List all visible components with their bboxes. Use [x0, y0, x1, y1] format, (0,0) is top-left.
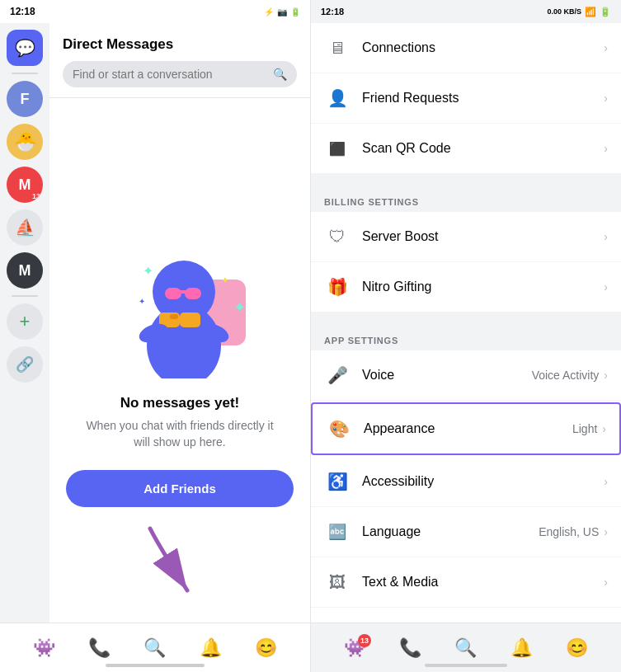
friend-requests-label: Friend Requests [362, 91, 604, 106]
voice-label: Voice [362, 368, 532, 383]
sidebar-divider-2 [12, 295, 38, 297]
settings-item-language[interactable]: 🔤 Language English, US › [311, 507, 621, 557]
settings-item-server-boost[interactable]: 🛡 Server Boost › [311, 212, 621, 262]
bell-nav-icon: 🔔 [200, 637, 222, 659]
settings-group-billing: 🛡 Server Boost › 🎁 Nitro Gifting › [311, 212, 621, 313]
friends-nav-icon: 📞 [88, 637, 111, 659]
svg-rect-12 [170, 314, 178, 319]
bottom-nav-profile[interactable]: 😊 [255, 637, 277, 659]
spacer-2 [311, 313, 621, 322]
dm-header: Direct Messages 🔍 [49, 23, 310, 98]
connections-icon: 🖥 [324, 35, 350, 61]
bottom-nav-right-profile[interactable]: 😊 [566, 637, 588, 659]
settings-item-web-browser[interactable]: 🌍 Web Browser › [311, 608, 621, 623]
svg-text:✦: ✦ [139, 297, 145, 306]
sidebar-item-sail-server[interactable]: ⛵ [7, 209, 43, 246]
bottom-nav-right-bell[interactable]: 🔔 [510, 637, 533, 659]
bottom-nav-friends[interactable]: 📞 [88, 637, 111, 659]
time-right: 12:18 [321, 7, 344, 16]
bottom-nav-right-friends[interactable]: 📞 [399, 637, 421, 659]
friends-right-nav-icon: 📞 [399, 637, 421, 659]
sidebar-item-f-server[interactable]: F [7, 81, 43, 117]
settings-item-friend-requests[interactable]: 👤 Friend Requests › [311, 73, 621, 124]
search-right-nav-icon: 🔍 [454, 637, 477, 659]
accessibility-label: Accessibility [362, 474, 604, 489]
spacer-1 [311, 174, 621, 184]
sidebar: 💬 F 🐣 M 13 ⛵ M + 🔗 [0, 23, 49, 623]
sidebar-item-m-dark-server[interactable]: M [7, 252, 43, 289]
connections-chevron: › [604, 41, 608, 54]
status-bar-right: 12:18 0.00 KB/S 📶 🔋 [311, 0, 621, 23]
server-boost-label: Server Boost [362, 229, 604, 244]
sidebar-item-add-server[interactable]: + [7, 303, 43, 340]
home-indicator-left [106, 664, 205, 667]
purple-arrow-icon [142, 520, 208, 603]
language-label: Language [362, 524, 539, 539]
svg-text:✦: ✦ [233, 299, 246, 316]
sidebar-item-discover[interactable]: 🔗 [7, 346, 43, 383]
right-panel: 12:18 0.00 KB/S 📶 🔋 🖥 Connections › 👤 Fr… [310, 0, 621, 672]
bottom-nav-search[interactable]: 🔍 [143, 637, 166, 659]
settings-item-text-media[interactable]: 🖼 Text & Media › [311, 557, 621, 608]
accessibility-chevron: › [604, 475, 608, 488]
svg-rect-5 [180, 290, 186, 294]
settings-item-scan-qr[interactable]: ⬛ Scan QR Code › [311, 124, 621, 174]
nitro-gifting-icon: 🎁 [324, 274, 350, 300]
settings-item-connections[interactable]: 🖥 Connections › [311, 23, 621, 73]
voice-chevron: › [604, 369, 608, 382]
settings-item-nitro-gifting[interactable]: 🎁 Nitro Gifting › [311, 262, 621, 313]
text-media-chevron: › [604, 576, 608, 589]
bottom-nav-right-search[interactable]: 🔍 [454, 637, 477, 659]
scan-qr-label: Scan QR Code [362, 141, 604, 156]
bottom-nav-right-home[interactable]: 👾 13 [344, 637, 366, 659]
appearance-chevron: › [602, 422, 606, 435]
dm-empty-title: No messages yet! [120, 395, 240, 411]
home-nav-icon: 👾 [33, 637, 55, 659]
bell-right-nav-icon: 🔔 [510, 637, 533, 659]
svg-text:✦: ✦ [221, 275, 229, 286]
profile-right-nav-icon: 😊 [566, 637, 588, 659]
app-section-label: APP SETTINGS [311, 322, 621, 350]
settings-item-accessibility[interactable]: ♿ Accessibility › [311, 457, 621, 507]
text-media-label: Text & Media [362, 575, 604, 590]
bottom-nav-right: 👾 13 📞 🔍 🔔 😊 [311, 623, 621, 672]
language-value: English, US [539, 525, 599, 538]
text-media-icon: 🖼 [324, 569, 350, 595]
appearance-value: Light [572, 422, 597, 435]
data-rate-right: 0.00 KB/S [547, 7, 581, 16]
status-icons-left: ⚡ 📷 🔋 [264, 7, 300, 16]
sidebar-item-home[interactable]: 💬 [7, 30, 43, 66]
language-icon: 🔤 [324, 519, 350, 545]
settings-item-voice[interactable]: 🎤 Voice Voice Activity › [311, 350, 621, 401]
scan-qr-chevron: › [604, 142, 608, 155]
voice-value: Voice Activity [532, 369, 600, 382]
left-panel: 12:18 ⚡ 📷 🔋 💬 F 🐣 M 13 ⛵ M [0, 0, 310, 672]
search-bar[interactable]: 🔍 [63, 61, 297, 87]
dm-empty-desc: When you chat with friends directly itwi… [86, 418, 273, 450]
svg-text:✦: ✦ [143, 264, 153, 278]
svg-rect-4 [185, 288, 201, 299]
settings-group-top: 🖥 Connections › 👤 Friend Requests › ⬛ Sc… [311, 23, 621, 174]
status-icons-right: 0.00 KB/S 📶 🔋 [547, 7, 611, 17]
nitro-gifting-label: Nitro Gifting [362, 280, 604, 294]
sidebar-item-emoji-server[interactable]: 🐣 [7, 124, 43, 160]
settings-content: 🖥 Connections › 👤 Friend Requests › ⬛ Sc… [311, 23, 621, 623]
search-input[interactable] [73, 68, 266, 81]
home-indicator-right [425, 664, 507, 667]
voice-icon: 🎤 [324, 362, 350, 388]
connections-label: Connections [362, 40, 604, 55]
discord-logo-icon: 💬 [15, 38, 35, 58]
settings-item-appearance[interactable]: 🎨 Appearance Light › [311, 402, 621, 455]
accessibility-icon: ♿ [324, 468, 350, 495]
server-boost-icon: 🛡 [324, 223, 350, 250]
arrow-container [142, 520, 208, 606]
search-nav-icon: 🔍 [143, 637, 166, 659]
add-friends-button[interactable]: Add Friends [66, 470, 294, 507]
bottom-nav-notifications[interactable]: 🔔 [200, 637, 222, 659]
friend-requests-chevron: › [604, 92, 608, 105]
bottom-nav-home[interactable]: 👾 [33, 637, 55, 659]
nitro-gifting-chevron: › [604, 280, 608, 294]
language-chevron: › [604, 525, 608, 538]
sidebar-item-m-red-server[interactable]: M 13 [7, 167, 43, 203]
billing-section-label: BILLING SETTINGS [311, 184, 621, 212]
